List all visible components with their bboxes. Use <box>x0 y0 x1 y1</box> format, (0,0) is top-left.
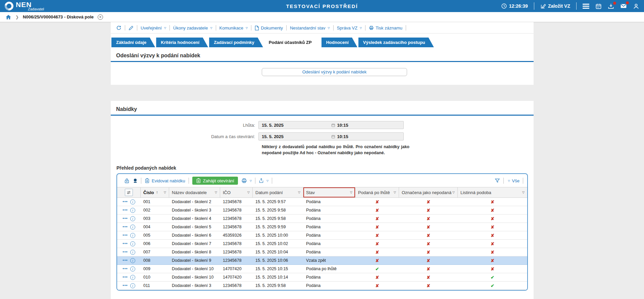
column-settings-icon[interactable] <box>125 189 133 196</box>
calendar-icon[interactable] <box>595 3 602 9</box>
menu-tisk-zaznamu[interactable]: Tisk záznamu <box>369 25 402 31</box>
breadcrumb-item[interactable]: N006/25/V00004673 - Disková pole <box>23 14 94 19</box>
column-settings-header[interactable] <box>117 187 141 197</box>
info-icon[interactable]: i <box>130 208 135 213</box>
stamp-icon[interactable] <box>133 178 138 184</box>
user-icon[interactable] <box>633 3 639 9</box>
print-table-button[interactable]: ▽ <box>241 178 252 183</box>
tab-zakladni-udaje[interactable]: Základní údaje <box>111 38 155 47</box>
info-icon[interactable]: i <box>130 216 135 221</box>
create-vz-button[interactable]: Založit VZ <box>540 3 570 9</box>
close-record-icon[interactable]: ✕ <box>98 14 103 20</box>
home-icon[interactable] <box>5 14 11 20</box>
opening-field[interactable]: 15. 5. 2025 10:15 <box>258 132 404 140</box>
tab-podani-ucastniku-zp[interactable]: Podání účastníků ZP <box>264 38 320 47</box>
tab-vysledek-zadavaciho-postupu[interactable]: Výsledek zadávacího postupu <box>358 38 434 47</box>
pencil-icon[interactable] <box>129 25 134 31</box>
menu-sprava-vz[interactable]: Správa VZ▽ <box>337 25 362 31</box>
info-icon[interactable]: i <box>130 275 135 280</box>
table-row[interactable]: •••i009Dodavatel - školení 101470742015.… <box>117 265 527 273</box>
table-row[interactable]: •••i002Dodavatel - školení 31234567815. … <box>117 206 527 215</box>
row-menu-icon[interactable]: ••• <box>122 200 128 204</box>
row-menu-icon[interactable]: ••• <box>122 217 128 221</box>
zahajit-otevirani-button[interactable]: Zahájit otevírání <box>192 177 238 185</box>
cross-icon: ✘ <box>427 250 430 255</box>
toolbar-divider <box>523 178 523 184</box>
row-menu-icon[interactable]: ••• <box>122 233 128 237</box>
header-datum-podani[interactable]: Datum podání▽ <box>253 187 303 197</box>
menu-uverejneni[interactable]: Uveřejnění▽ <box>141 25 166 31</box>
table-row[interactable]: •••i007Dodavatel - školení 81234567815. … <box>117 248 527 256</box>
table-row[interactable]: •••i011Dodavatel - školení 31234567815. … <box>117 282 527 290</box>
table-row[interactable]: •••i006Dodavatel - školení 71234567815. … <box>117 240 527 248</box>
row-actions: •••i <box>117 241 141 246</box>
filter-caret-icon[interactable]: ▽ <box>350 191 352 194</box>
header-stav[interactable]: Stav▽ <box>303 187 355 197</box>
cross-icon: ✘ <box>376 225 379 230</box>
info-icon[interactable]: i <box>130 233 135 238</box>
header-cislo[interactable]: Číslo ↑ ▽ <box>141 187 169 197</box>
table-row[interactable]: •••i001Dodavatel - školení 21234567815. … <box>117 198 527 206</box>
info-icon[interactable]: i <box>130 241 135 246</box>
filter-caret-icon[interactable]: ▽ <box>522 191 525 194</box>
header-oznacena-jako-nepodana[interactable]: Označena jako nepodaná▽ <box>399 187 458 197</box>
info-icon[interactable]: i <box>130 283 135 288</box>
header-nazev-dodavatele[interactable]: Název dodavatele▽ <box>169 187 220 197</box>
cell-nazev-dodavatele: Dodavatel - školení 5 <box>169 225 220 229</box>
mail-icon[interactable] <box>620 3 627 9</box>
toolbar-divider <box>141 178 141 184</box>
nen-brand[interactable]: NEN Zadavatel <box>5 1 44 11</box>
cell-stav: Podána <box>303 225 355 229</box>
header-podana-po-lhute[interactable]: Podaná po lhůtě▽ <box>355 187 399 197</box>
table-row[interactable]: •••i003Dodavatel - školení 41234567815. … <box>117 215 527 223</box>
filter-caret-icon[interactable]: ▽ <box>164 191 166 194</box>
inbox-icon[interactable] <box>608 3 614 9</box>
row-menu-icon[interactable]: ••• <box>122 225 128 229</box>
menu-ukony-zadavatele[interactable]: Úkony zadavatele▽ <box>173 25 212 31</box>
menu-dokumenty[interactable]: Dokumenty <box>255 25 283 31</box>
cell-listinna-podoba: ✘ <box>458 233 527 238</box>
row-menu-icon[interactable]: ••• <box>122 208 128 212</box>
row-menu-icon[interactable]: ••• <box>122 250 128 254</box>
table-row[interactable]: •••i004Dodavatel - školení 51234567815. … <box>117 223 527 231</box>
send-invite-button[interactable]: Odeslání výzvy k podání nabídek <box>262 68 407 76</box>
table-row[interactable]: •••i008Dodavatel - školení 91234567815. … <box>117 256 527 265</box>
lock-icon[interactable] <box>124 178 130 184</box>
tab-kriteria-hodnoceni[interactable]: Kritéria hodnocení <box>156 38 208 47</box>
row-menu-icon[interactable]: ••• <box>122 258 128 262</box>
tab-zadavaci-podminky[interactable]: Zadávací podmínky <box>209 38 263 47</box>
info-icon[interactable]: i <box>130 250 135 255</box>
header-listinna-podoba[interactable]: Listinná podoba▽ <box>458 187 527 197</box>
menu-komunikace[interactable]: Komunikace▽ <box>219 25 248 31</box>
filter-vse-dropdown[interactable]: ▽ Vše <box>507 178 519 183</box>
printer-icon <box>369 25 374 30</box>
info-icon[interactable]: i <box>130 258 135 263</box>
menu-icon[interactable] <box>583 4 589 9</box>
header-ico[interactable]: IČO▽ <box>220 187 253 197</box>
filter-caret-icon[interactable]: ▽ <box>452 191 455 194</box>
row-menu-icon[interactable]: ••• <box>122 275 128 279</box>
cell-podana-po-lhute: ✘ <box>355 216 399 221</box>
table-row[interactable]: •••i010Dodavatel - školení 101470742015.… <box>117 273 527 282</box>
export-button[interactable]: ▽ <box>259 178 268 183</box>
filter-caret-icon[interactable]: ▽ <box>215 191 217 194</box>
info-icon[interactable]: i <box>130 225 135 230</box>
filter-caret-icon[interactable]: ▽ <box>247 191 250 194</box>
cross-icon: ✘ <box>491 241 494 246</box>
info-icon[interactable]: i <box>130 266 135 272</box>
evidovat-nabidku-button[interactable]: Evidovat nabídku <box>145 178 185 183</box>
filter-caret-icon[interactable]: ▽ <box>394 191 396 194</box>
filter-icon[interactable] <box>495 178 500 183</box>
toolbar-divider <box>251 25 251 31</box>
toolbar-divider <box>406 25 406 31</box>
row-menu-icon[interactable]: ••• <box>122 284 128 288</box>
refresh-icon[interactable] <box>116 25 121 31</box>
row-menu-icon[interactable]: ••• <box>122 242 128 246</box>
tab-hodnoceni[interactable]: Hodnocení <box>321 38 357 47</box>
row-menu-icon[interactable]: ••• <box>122 267 128 271</box>
table-row[interactable]: •••i005Dodavatel - školení 64535932615. … <box>117 231 527 240</box>
menu-nestandardni-stav[interactable]: Nestandardní stav▽ <box>290 25 330 31</box>
deadline-field[interactable]: 15. 5. 2025 10:15 <box>258 121 404 129</box>
filter-caret-icon[interactable]: ▽ <box>298 191 300 194</box>
info-icon[interactable]: i <box>130 199 135 204</box>
